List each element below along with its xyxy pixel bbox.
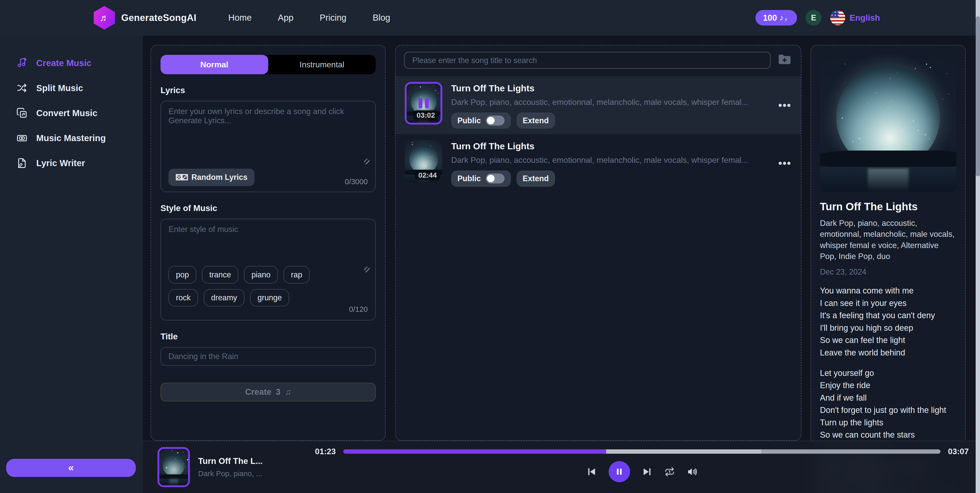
song-info: Turn Off The LightsDark Pop, piano, acco…	[451, 82, 770, 129]
lyrics-line: I can see it in your eyes	[820, 297, 956, 309]
song-actions: PublicExtend	[451, 113, 770, 129]
style-label: Style of Music	[161, 204, 375, 213]
extend-button[interactable]: Extend	[517, 113, 555, 129]
public-toggle-button[interactable]: Public	[451, 170, 511, 187]
convert-music-icon	[16, 107, 28, 119]
credits-badge[interactable]: 100 ♪⚡	[756, 10, 797, 25]
sidebar-item-lyric-writer[interactable]: Lyric Writer	[0, 151, 142, 176]
style-tag-dreamy[interactable]: dreamy	[204, 289, 245, 307]
pause-icon[interactable]	[609, 461, 630, 482]
repeat-one-icon[interactable]	[664, 466, 675, 477]
nav-link-pricing[interactable]: Pricing	[320, 13, 347, 23]
public-toggle-switch[interactable]	[486, 173, 504, 183]
style-tag-pop[interactable]: pop	[169, 266, 196, 283]
sidebar-item-convert-music[interactable]: Convert Music	[0, 100, 142, 126]
search-input[interactable]	[404, 52, 771, 68]
progress-bar[interactable]	[343, 449, 940, 454]
music-mastering-icon	[16, 132, 28, 144]
music-note-icon: ♫	[285, 387, 291, 397]
lyrics-line: And if we fall	[820, 392, 956, 404]
page-scrollbar-track[interactable]	[976, 0, 980, 493]
song-title: Turn Off The Lights	[451, 83, 770, 94]
public-toggle-switch[interactable]	[486, 116, 504, 126]
lyrics-line: Turn up the lights	[820, 417, 956, 429]
song-thumbnail[interactable]: 03:02	[405, 82, 442, 124]
lyrics-line: Don't forget to just go with the light	[820, 404, 956, 416]
sidebar-item-label: Music Mastering	[36, 133, 106, 143]
extend-button[interactable]: Extend	[517, 170, 555, 187]
resize-handle-icon[interactable]	[364, 159, 369, 164]
language-label: English	[850, 13, 880, 23]
sidebar-collapse-button[interactable]: «	[6, 459, 135, 477]
resize-handle-icon[interactable]	[364, 267, 369, 272]
more-menu-icon[interactable]: •••	[778, 99, 791, 111]
folder-plus-icon	[777, 52, 792, 69]
brand-name: GenerateSongAI	[121, 13, 197, 23]
title-input[interactable]	[169, 352, 368, 361]
sidebar: Create MusicSplit MusicConvert MusicMusi…	[0, 36, 142, 493]
player-track-subtitle: Dark Pop, piano, ...	[198, 469, 262, 478]
lyrics-line: So we can feel the light	[820, 334, 956, 346]
lyrics-line: You wanna come with me	[820, 285, 956, 297]
reflection-art	[868, 169, 908, 192]
song-actions: PublicExtend	[451, 170, 770, 187]
song-row[interactable]: 03:02Turn Off The LightsDark Pop, piano,…	[396, 76, 801, 134]
tab-instrumental[interactable]: Instrumental	[268, 55, 376, 74]
random-lyrics-button[interactable]: ⚄⚂ Random Lyrics	[169, 169, 255, 186]
now-playing[interactable]: Turn Off The L... Dark Pop, piano, ...	[158, 441, 315, 493]
tab-normal[interactable]: Normal	[161, 55, 268, 74]
avatar[interactable]: E	[806, 10, 821, 25]
detail-song-date: Dec 23, 2024	[820, 267, 956, 276]
sidebar-item-split-music[interactable]: Split Music	[0, 76, 142, 100]
nav-link-app[interactable]: App	[278, 13, 293, 23]
upload-folder-button[interactable]	[777, 52, 792, 69]
lyrics-box-footer: ⚄⚂ Random Lyrics 0/3000	[169, 169, 368, 186]
style-box: poptrancepianoraprockdreamygrunge 0/120	[161, 219, 375, 321]
title-field-wrap	[161, 347, 375, 366]
player-main: 01:23 03:07	[315, 441, 980, 493]
horizon-art	[820, 151, 956, 169]
song-detail-panel: Turn Off The Lights Dark Pop, piano, acc…	[811, 45, 966, 492]
nav-link-home[interactable]: Home	[228, 13, 251, 23]
total-time: 03:07	[948, 447, 969, 456]
sidebar-item-create-music[interactable]: Create Music	[0, 51, 142, 76]
album-art	[820, 54, 956, 192]
style-tag-trance[interactable]: trance	[202, 266, 239, 283]
detail-song-title: Turn Off The Lights	[820, 200, 956, 213]
more-menu-icon[interactable]: •••	[778, 157, 791, 169]
page-scrollbar-thumb[interactable]	[976, 16, 980, 177]
style-tag-grunge[interactable]: grunge	[250, 289, 289, 307]
create-button-label: Create	[245, 387, 271, 397]
song-row[interactable]: 02:44Turn Off The LightsDark Pop, piano,…	[396, 134, 801, 192]
volume-icon[interactable]	[687, 466, 697, 477]
style-tag-rap[interactable]: rap	[283, 266, 310, 283]
player-thumbnail	[158, 447, 190, 487]
lyrics-input[interactable]	[169, 107, 368, 169]
public-toggle-button[interactable]: Public	[451, 113, 511, 129]
song-thumbnail[interactable]: 02:44	[405, 140, 442, 183]
lyrics-label: Lyrics	[161, 86, 375, 95]
lyrics-stanza: You wanna come with meI can see it in yo…	[820, 285, 956, 359]
song-list-panel: 03:02Turn Off The LightsDark Pop, piano,…	[395, 45, 801, 441]
music-note-bolt-icon: ♪	[780, 13, 783, 22]
player-bar: Turn Off The L... Dark Pop, piano, ... 0…	[142, 441, 980, 493]
split-music-icon	[16, 82, 28, 94]
skip-previous-icon[interactable]	[586, 466, 597, 477]
us-flag-icon	[830, 10, 845, 25]
lyrics-line: It's a feeling that you can't deny	[820, 309, 956, 321]
style-tag-piano[interactable]: piano	[244, 266, 278, 283]
sidebar-item-label: Split Music	[36, 83, 83, 93]
style-tag-rock[interactable]: rock	[169, 289, 198, 307]
lyrics-box: ⚄⚂ Random Lyrics 0/3000	[161, 101, 375, 192]
language-selector[interactable]: English	[830, 10, 880, 25]
create-button[interactable]: Create 3 ♫	[161, 383, 375, 401]
style-input[interactable]	[169, 225, 368, 260]
lyrics-stanza: Let yourself goEnjoy the rideAnd if we f…	[820, 367, 956, 441]
lyrics-counter: 0/3000	[345, 177, 368, 186]
top-header: ♬ GenerateSongAI HomeAppPricingBlog 100 …	[0, 0, 980, 36]
sidebar-item-music-mastering[interactable]: Music Mastering	[0, 126, 142, 151]
skip-next-icon[interactable]	[642, 466, 652, 477]
sidebar-item-label: Convert Music	[36, 108, 97, 118]
create-button-cost: 3	[275, 387, 280, 397]
nav-link-blog[interactable]: Blog	[372, 13, 390, 23]
